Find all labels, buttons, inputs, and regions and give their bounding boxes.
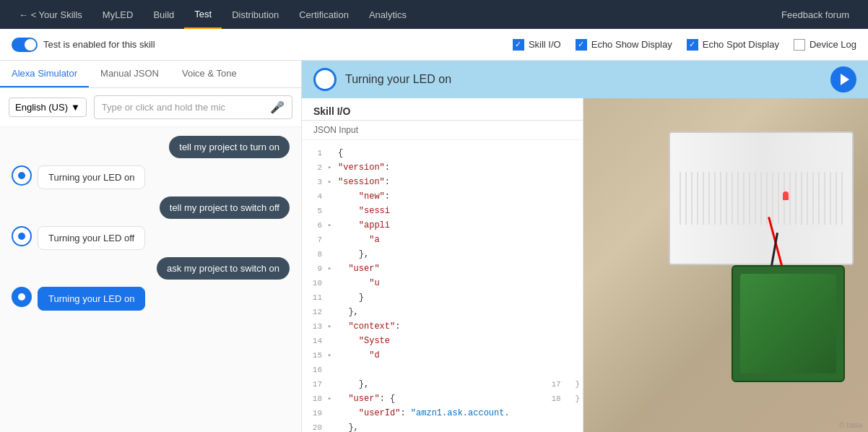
code-line-11: 11 } [302, 290, 583, 305]
language-selector[interactable]: English (US) ▼ [9, 98, 87, 117]
content-area: Skill I/O JSON Input 1 { 2 ▸ "version": … [302, 98, 868, 432]
input-row: English (US) ▼ Type or click and hold th… [0, 88, 301, 127]
chat-message-2: Turning your LED on [12, 165, 290, 189]
chat-message-5: ask my project to switch on [12, 257, 290, 280]
nav-your-skills[interactable]: ← < Your Skills [9, 0, 92, 29]
nav-test[interactable]: Test [184, 0, 222, 29]
right-panel: Turning your LED on Skill I/O JSON Input… [302, 61, 868, 432]
echo-spot-label: Echo Spot Display [703, 39, 779, 50]
code-line-20: 20 }, [302, 420, 583, 432]
skill-io-checkbox[interactable] [513, 39, 524, 51]
alexa-response-bubble: Turning your LED off [38, 226, 145, 250]
message-strip: Turning your LED on [302, 61, 868, 98]
watermark: © basa [839, 421, 862, 429]
test-enabled-label: Test is enabled for this skill [43, 39, 155, 50]
code-line-5: 5 "sessi [302, 204, 583, 218]
skill-io-panel: Skill I/O JSON Input 1 { 2 ▸ "version": … [302, 98, 583, 432]
alexa-icon-inner [18, 172, 25, 179]
device-log-checkbox[interactable] [794, 39, 805, 51]
feedback-link[interactable]: Feedback forum [771, 0, 859, 29]
filter-device-log[interactable]: Device Log [794, 39, 856, 51]
skill-io-label: Skill I/O [529, 39, 561, 50]
filter-skill-io[interactable]: Skill I/O [513, 39, 561, 51]
code-line-14: 14 "Syste [302, 334, 583, 348]
json-code-content: 1 { 2 ▸ "version": 3 ▸ "session": [302, 140, 583, 432]
code-line-2: 2 ▸ "version": [302, 160, 583, 175]
back-arrow-icon: ← [19, 9, 28, 20]
code-line-17: 17 }, 17 } [302, 377, 583, 392]
code-line-18: 18 ▸ "user": { 18 } [302, 392, 583, 406]
play-button[interactable] [830, 66, 856, 92]
code-line-9: 9 ▸ "user" [302, 262, 583, 276]
tab-alexa-simulator[interactable]: Alexa Simulator [0, 61, 89, 87]
alexa-avatar [12, 226, 32, 246]
nav-analytics[interactable]: Analytics [359, 0, 417, 29]
chat-message-6: Turning your LED on [12, 287, 290, 311]
alexa-icon-inner-active [18, 293, 25, 301]
breadboard-photo: © basa [583, 98, 868, 432]
filter-echo-show[interactable]: Echo Show Display [576, 39, 672, 51]
code-line-16: 16 [302, 363, 583, 377]
alexa-response-bubble-active: Turning your LED on [38, 287, 145, 311]
nav-build[interactable]: Build [143, 0, 184, 29]
nav-distribution[interactable]: Distribution [222, 0, 289, 29]
raspberry-pi-component [732, 265, 846, 382]
language-value: English (US) [15, 102, 68, 113]
tab-manual-json[interactable]: Manual JSON [89, 61, 170, 87]
code-line-7: 7 "a [302, 233, 583, 247]
nav-certification[interactable]: Certification [289, 0, 359, 29]
chat-message-1: tell my project to turn on [12, 136, 290, 158]
filter-bar: Skill I/O Echo Show Display Echo Spot Di… [513, 39, 856, 51]
code-line-3: 3 ▸ "session": [302, 175, 583, 189]
user-bubble: tell my project to turn on [169, 136, 290, 158]
code-line-4: 4 "new": [302, 189, 583, 204]
code-line-8: 8 }, [302, 247, 583, 262]
left-panel: Alexa Simulator Manual JSON Voice & Tone… [0, 61, 302, 432]
chat-message-4: Turning your LED off [12, 226, 290, 250]
echo-show-checkbox[interactable] [576, 39, 587, 51]
filter-echo-spot[interactable]: Echo Spot Display [687, 39, 779, 51]
mic-placeholder-text: Type or click and hold the mic [102, 102, 225, 113]
led-component [783, 191, 789, 200]
chat-message-3: tell my project to switch off [12, 196, 290, 219]
skill-io-title: Skill I/O [302, 98, 583, 121]
alexa-response-bubble: Turning your LED on [38, 165, 145, 189]
code-line-1: 1 { [302, 146, 583, 160]
chevron-down-icon: ▼ [71, 102, 80, 113]
code-line-15: 15 ▸ "d [302, 348, 583, 363]
code-line-12: 12 }, [302, 305, 583, 319]
alexa-avatar-active [12, 287, 32, 307]
simulator-tabs: Alexa Simulator Manual JSON Voice & Tone [0, 61, 301, 88]
json-input-subtitle: JSON Input [302, 121, 583, 140]
breadboard-component [669, 131, 854, 265]
device-log-label: Device Log [810, 39, 856, 50]
test-toggle-container: Test is enabled for this skill [12, 38, 155, 52]
tab-voice-tone[interactable]: Voice & Tone [170, 61, 248, 87]
alexa-icon-inner [18, 233, 25, 240]
sub-nav: Test is enabled for this skill Skill I/O… [0, 29, 868, 61]
test-enabled-toggle[interactable] [12, 38, 38, 52]
main-layout: Alexa Simulator Manual JSON Voice & Tone… [0, 61, 868, 432]
code-line-13: 13 ▸ "context": [302, 319, 583, 334]
echo-show-label: Echo Show Display [591, 39, 672, 50]
user-bubble: ask my project to switch on [157, 257, 290, 280]
nav-myled[interactable]: MyLED [92, 0, 144, 29]
alexa-avatar [12, 165, 32, 186]
alexa-message-text: Turning your LED on [345, 73, 822, 86]
chat-area: tell my project to turn on Turning your … [0, 127, 301, 432]
hardware-image: © basa [583, 98, 868, 432]
code-line-10: 10 "u [302, 276, 583, 290]
code-line-19: 19 "userId": "amzn1.ask.account. [302, 406, 583, 420]
code-line-6: 6 ▸ "appli [302, 218, 583, 233]
alexa-circle-icon [313, 68, 337, 91]
echo-spot-checkbox[interactable] [687, 39, 698, 51]
user-bubble: tell my project to switch off [160, 196, 290, 219]
top-nav: ← < Your Skills MyLED Build Test Distrib… [0, 0, 868, 29]
utterance-input[interactable]: Type or click and hold the mic 🎤 [94, 95, 292, 119]
microphone-icon[interactable]: 🎤 [270, 100, 285, 114]
